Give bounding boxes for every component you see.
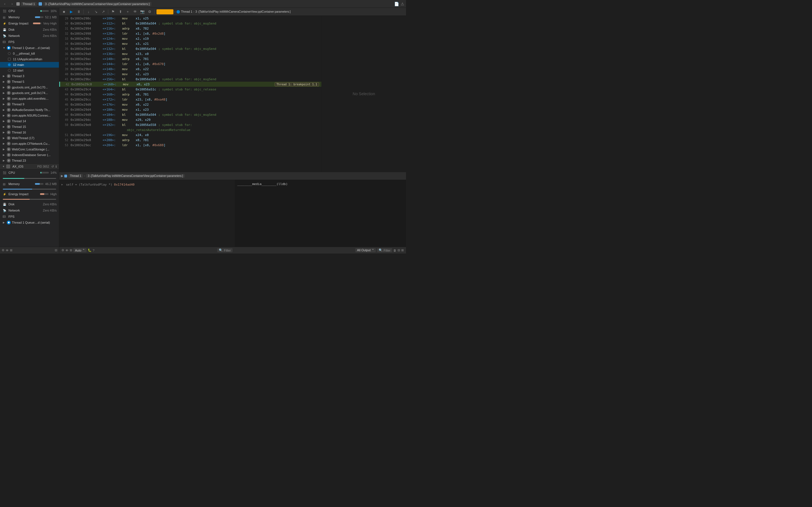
- ax-cpu-metric[interactable]: ⬛ CPU 14%: [0, 170, 59, 176]
- step-over-button[interactable]: ↓: [86, 9, 92, 15]
- thread16-item[interactable]: ▶ Thread 16: [0, 129, 59, 135]
- ax-memory-metric[interactable]: ▤ Memory 46.2 MB: [0, 181, 59, 187]
- filter-field2[interactable]: 🔍 Filter: [377, 248, 392, 252]
- asm-row-50[interactable]: 500x1003e29e0<+192>:bl0x10056a558; symbo…: [59, 122, 321, 127]
- sidebar-metric-memory[interactable]: ▤ Memory 52.1 MB: [0, 14, 59, 20]
- stop-button[interactable]: ■: [61, 9, 67, 15]
- bottom-frame-item[interactable]: 3 -[TalkfunVodPlay initWithCameraContain…: [86, 174, 185, 178]
- sidebar-metric-fps[interactable]: 🎞 FPS: [0, 39, 59, 45]
- assembly-pane[interactable]: 290x1003e298c<+108>:movx1, x25300x1003e2…: [59, 16, 321, 172]
- status-split1-icon[interactable]: ⊟: [398, 248, 400, 252]
- asm-row-46[interactable]: 460x1003e29d0<+176>:movx0, x22: [59, 102, 321, 107]
- thread15-item[interactable]: ▶ Thread 15: [0, 124, 59, 129]
- sidebar-metric-cpu[interactable]: ⬛ CPU 16%: [0, 8, 59, 14]
- asm-row-43[interactable]: 430x1003e29c4<+164>:bl0x10056a51c; symbo…: [59, 87, 321, 92]
- bottom-thread-item[interactable]: Thread 1: [68, 174, 83, 178]
- status-trash-icon[interactable]: 🗑: [393, 249, 396, 252]
- ax-ios-reload-icon[interactable]: ↺: [51, 165, 54, 168]
- sidebar-layout-icon[interactable]: ⊞: [10, 248, 12, 252]
- ax-ios-info-icon[interactable]: ℹ: [56, 165, 57, 168]
- share-button[interactable]: ⬆: [117, 9, 123, 15]
- asm-row-48[interactable]: 480x1003e29d8<+184>:bl0x10056a504; symbo…: [59, 112, 321, 117]
- subthread-12-main[interactable]: 12 main: [0, 62, 59, 68]
- status-debug-icon[interactable]: 🐛: [88, 248, 92, 252]
- subthread-11-uiappmain[interactable]: 11 UIApplicationMain: [0, 56, 59, 62]
- asm-row-37[interactable]: 370x1003e29ac<+140>:adrpx8, 781: [59, 56, 321, 61]
- bottom-expand-icon[interactable]: ▶: [61, 174, 63, 178]
- nav-forward-button[interactable]: ›: [9, 1, 15, 6]
- doc-icon[interactable]: 📄: [394, 2, 399, 6]
- sidebar-view-icon[interactable]: 👁: [6, 249, 9, 252]
- ax-disk-metric[interactable]: 💾 Disk Zero KB/s: [0, 201, 59, 207]
- asm-row-41[interactable]: 410x1003e29bc<+156>:bl0x10056a504; symbo…: [59, 76, 321, 82]
- asm-row-34[interactable]: 340x1003e29a0<+128>:movx3, x21: [59, 41, 321, 46]
- filter-field[interactable]: 🔍 Filter: [217, 248, 232, 252]
- simulate-button[interactable]: ⚙: [147, 9, 153, 15]
- step-out-button[interactable]: ↗: [100, 9, 106, 15]
- sidebar-metric-disk[interactable]: 💾 Disk Zero KB/s: [0, 26, 59, 33]
- asm-row-33[interactable]: 330x1003e299c<+124>:movx2, x19: [59, 36, 321, 41]
- asm-row-36[interactable]: 360x1003e29a8<+136>:movx23, x0: [59, 51, 321, 56]
- sidebar-settings-icon[interactable]: ⚙: [2, 248, 4, 252]
- sidebar-metric-energy[interactable]: ⚡ Energy Impact Very High: [0, 20, 59, 26]
- status-eye-icon[interactable]: 👁: [65, 249, 68, 252]
- ax-network-metric[interactable]: 📡 Network Zero KB/s: [0, 207, 59, 214]
- subthread-0-pthread[interactable]: 0 __pthread_kill: [0, 51, 59, 56]
- gputools2-item[interactable]: ▶ gputools.smt_poll.0x174...: [0, 90, 59, 96]
- gputools1-item[interactable]: ▶ gputools.smt_poll.0x170...: [0, 84, 59, 90]
- webthread-item[interactable]: ▶ WebThread (17): [0, 135, 59, 141]
- breadcrumb-frame[interactable]: 3 -[TalkfunVodPlay initWithCameraContain…: [43, 2, 151, 6]
- sidebar-grid-icon[interactable]: ⊟: [55, 248, 57, 252]
- warning-icon[interactable]: ⚠: [401, 2, 404, 6]
- thread1-header[interactable]: ▼ Thread 1 Queue:...d (serial): [0, 45, 59, 51]
- watch-button[interactable]: 👁: [132, 9, 138, 15]
- asm-row-52[interactable]: 520x1003e29e8<+200>:adrpx8, 781: [59, 137, 321, 143]
- status-settings-icon[interactable]: ⚙: [61, 248, 64, 252]
- thread3-item[interactable]: ▶ Thread 3: [0, 73, 59, 79]
- pause-button[interactable]: ⏸: [75, 9, 82, 15]
- asm-row-30[interactable]: 300x1003e2990<+112>:bl0x10056a504; symbo…: [59, 21, 321, 26]
- continue-button[interactable]: ▶: [68, 9, 74, 15]
- asm-row-29[interactable]: 290x1003e298c<+108>:movx1, x25: [59, 16, 321, 21]
- all-output-select[interactable]: All Output ⌃: [355, 248, 375, 252]
- sidebar-metric-network[interactable]: 📡 Network Zero KB/s: [0, 33, 59, 39]
- var-disclosure[interactable]: ▶: [61, 183, 64, 186]
- status-layout-icon[interactable]: ⊞: [70, 248, 72, 252]
- ax-energy-metric[interactable]: ⚡ Energy Impact High: [0, 191, 59, 197]
- subthread-13-start[interactable]: 13 start: [0, 68, 59, 73]
- add-button[interactable]: +: [124, 9, 131, 15]
- asm-row-38[interactable]: 380x1003e29b0<+144>:ldrx1, [x8, #0x670]: [59, 61, 321, 66]
- asm-row-44[interactable]: 440x1003e29c8<+168>:adrpx8, 781: [59, 92, 321, 97]
- cfnetwork-item[interactable]: ▶ com.apple.CFNetwork.Cu...: [0, 141, 59, 147]
- asm-row-49[interactable]: 490x1003e29dc<+188>:movx29, x29: [59, 117, 321, 122]
- ax-fps-metric[interactable]: 🎞 FPS: [0, 214, 59, 220]
- status-split2-icon[interactable]: ⊞: [401, 248, 404, 252]
- thread9-item[interactable]: ▶ Thread 9: [0, 101, 59, 107]
- indexeddb-item[interactable]: ▶ IndexedDatabase Server (...: [0, 152, 59, 158]
- capture-button[interactable]: 📷: [139, 9, 146, 15]
- nsurlconn-item[interactable]: ▶ com.apple.NSURLConnec...: [0, 113, 59, 118]
- asm-row-32[interactable]: 320x1003e2998<+120>:ldrx1, [x8, #0x2d8]: [59, 31, 321, 36]
- breakpoints-button[interactable]: ⚑: [110, 9, 116, 15]
- asm-row-39[interactable]: 390x1003e29b4<+148>:movx0, x22: [59, 66, 321, 71]
- uikit-event-item[interactable]: ▶ com.apple.uikit.eventfetc...: [0, 96, 59, 101]
- asm-row-42[interactable]: 420x1003e29c0<+160>:movx0, x23Thread 1: …: [59, 82, 321, 87]
- asm-row-53[interactable]: 530x1003e29ec<+204>:ldrx1, [x8, #0x688]: [59, 143, 321, 148]
- avaudio-item[interactable]: ▶ AVAudioSession Notify Th...: [0, 107, 59, 113]
- asm-row-47[interactable]: 470x1003e29d4<+180>:movx1, x23: [59, 107, 321, 112]
- asm-row-45[interactable]: 450x1003e29cc<+172>:ldrx23, [x8, #0xa48]: [59, 97, 321, 102]
- thread5-item[interactable]: ▶ Thread 5: [0, 79, 59, 84]
- asm-row-31[interactable]: 310x1003e2994<+116>:adrpx8, 782: [59, 26, 321, 31]
- auto-select[interactable]: Auto ⌃: [73, 248, 87, 252]
- status-question-icon[interactable]: ?: [93, 249, 94, 252]
- thread23-item[interactable]: ▶ Thread 23: [0, 158, 59, 163]
- step-into-button[interactable]: ↘: [93, 9, 99, 15]
- localstorage-item[interactable]: ▶ WebCore::LocalStorage (...: [0, 147, 59, 152]
- nav-back-button[interactable]: ‹: [2, 1, 8, 6]
- thread14-item[interactable]: ▶ Thread 14: [0, 118, 59, 124]
- asm-row-51[interactable]: 510x1003e29e4<+196>:movx24, x0: [59, 132, 321, 137]
- asm-row-35[interactable]: 350x1003e29a4<+132>:bl0x10056a504; symbo…: [59, 46, 321, 51]
- asm-row-40[interactable]: 400x1003e29b8<+152>:movx2, x23: [59, 71, 321, 76]
- breadcrumb-thread[interactable]: Thread 1: [21, 2, 37, 6]
- ax-thread1-header[interactable]: ▶ Thread 1 Queue:...d (serial): [0, 220, 59, 225]
